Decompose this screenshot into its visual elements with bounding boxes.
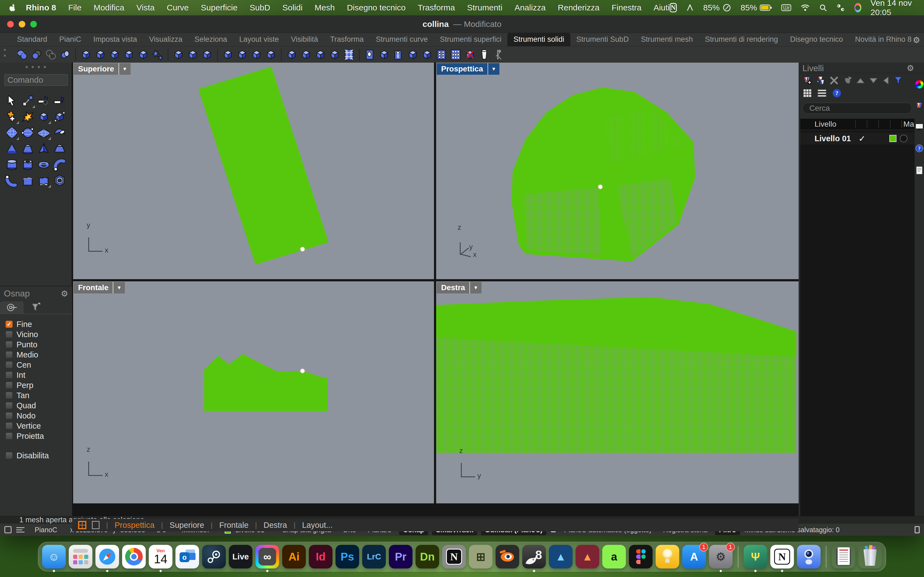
status-list-icon[interactable]	[16, 527, 24, 532]
tool-scale-button[interactable]	[20, 93, 36, 109]
menu-aiuti[interactable]: Aiuti	[653, 3, 669, 12]
dock-outlook[interactable]: o	[176, 545, 199, 569]
dock-al-dente[interactable]: Ψ	[744, 545, 767, 569]
dock-notability[interactable]: N	[442, 545, 466, 569]
tool-ellipsoid-button[interactable]	[36, 125, 52, 141]
list-options-icon[interactable]	[817, 89, 827, 98]
tool-tube-button[interactable]	[20, 156, 36, 172]
dock-photoshop[interactable]: Ps	[336, 545, 359, 569]
tool-wave-button[interactable]	[20, 172, 36, 189]
new-sublayer-icon[interactable]	[816, 76, 826, 86]
toolbar-solid-diagonal-icon[interactable]	[201, 48, 213, 61]
tool-sphere-button[interactable]	[4, 125, 20, 141]
menu-subd[interactable]: SubD	[250, 3, 270, 12]
tool-dome-button[interactable]	[52, 125, 68, 141]
ribbon-tab-strumenti-solidi[interactable]: Strumenti solidi	[507, 33, 570, 46]
ribbon-tab-pianic[interactable]: PianiC	[53, 33, 87, 46]
ribbon-tab-strumenti-curve[interactable]: Strumenti curve	[370, 33, 434, 46]
toolbar-extrude-dotted-icon[interactable]	[137, 48, 150, 61]
keyboard-menu-icon[interactable]	[781, 4, 791, 11]
control-center-icon[interactable]	[836, 4, 845, 11]
viewport-prospettica[interactable]: z y x Prospettica▼	[436, 63, 799, 279]
ribbon-tab-visibilità[interactable]: Visibilità	[285, 33, 324, 46]
menu-analizza[interactable]: Analizza	[515, 3, 546, 12]
dock-affinity-designer[interactable]: ▲	[549, 545, 573, 569]
mouse-battery-status[interactable]: 85%	[703, 3, 731, 12]
dock-documents-folder[interactable]	[832, 545, 855, 569]
panel-tab-color-wheel-icon[interactable]	[915, 80, 924, 90]
tool-cylinder-button[interactable]	[4, 156, 20, 172]
cplane-indicator[interactable]: PianoC	[35, 526, 57, 534]
tool-pyramid-trunc-button[interactable]	[52, 141, 68, 156]
dock-ableton-live[interactable]: Live	[229, 545, 252, 569]
viewport-tab-superiore[interactable]: Superiore	[170, 521, 204, 530]
color-app-menu-icon[interactable]	[855, 3, 861, 12]
four-viewports-button[interactable]	[78, 521, 86, 529]
toolbar-solid-rounded-icon[interactable]	[186, 48, 199, 61]
toolbar-drag-person-icon[interactable]	[492, 48, 505, 61]
toolbar-extrude-surface-icon[interactable]	[108, 48, 121, 61]
toolbar-holes-six-icon[interactable]	[435, 48, 448, 61]
checkbox[interactable]	[5, 382, 13, 389]
tool-explode-button[interactable]	[20, 109, 36, 125]
viewport-label-frontale[interactable]: Frontale▼	[74, 282, 125, 293]
tool-cube-button[interactable]	[36, 109, 52, 125]
ribbon-tab-trasforma[interactable]: Trasforma	[324, 33, 370, 46]
osnap-disabilita[interactable]: Disabilita	[5, 451, 72, 460]
layers-gear-icon[interactable]: ⚙	[907, 63, 914, 73]
dock-launchpad[interactable]	[69, 545, 92, 569]
toolbar-cut-solid-icon[interactable]	[314, 48, 327, 61]
tool-flag-button[interactable]	[36, 93, 52, 109]
toolbar-hole-arrow-icon[interactable]	[407, 48, 419, 61]
osnap-proietta[interactable]: Proietta	[5, 432, 72, 440]
dock-trash[interactable]	[858, 545, 882, 569]
osnap-tab-filter[interactable]	[24, 301, 47, 314]
tool-wave-cut-button[interactable]	[36, 172, 52, 189]
ribbon-tab-strumenti-mesh[interactable]: Strumenti mesh	[635, 33, 699, 46]
toolbar-boolean-difference-icon[interactable]	[30, 48, 43, 61]
checkbox[interactable]	[5, 422, 13, 429]
ribbon-settings-gear-icon[interactable]: ⚙	[913, 35, 920, 45]
sidebar-drag-handle[interactable]	[0, 63, 71, 68]
tool-nut-button[interactable]	[52, 172, 68, 189]
apple-menu-icon[interactable]	[9, 3, 16, 12]
osnap-quad[interactable]: Quad	[5, 401, 72, 410]
single-viewport-button[interactable]	[92, 521, 100, 529]
dock-calendar[interactable]: Ven14	[149, 545, 173, 569]
ribbon-tab-disegno-tecnico[interactable]: Disegno tecnico	[784, 33, 849, 46]
toolbar-holes-nine-icon[interactable]	[449, 48, 462, 61]
viewport-tab-layout[interactable]: Layout...	[302, 521, 333, 530]
checkbox[interactable]	[5, 452, 13, 459]
dock-premiere[interactable]: Pr	[389, 545, 412, 569]
dock-blender[interactable]	[496, 545, 519, 569]
tool-torus-button[interactable]	[36, 156, 52, 172]
viewport-superiore[interactable]: y x Superiore▼	[73, 63, 434, 279]
toolbar-delete-hole-icon[interactable]	[464, 48, 476, 61]
toolbar-arc-solid-icon[interactable]	[222, 48, 234, 61]
toolbar-extrude-tapered-icon[interactable]	[123, 48, 135, 61]
wifi-menu-icon[interactable]	[801, 4, 810, 11]
toolbar-boolean-intersection-icon[interactable]	[45, 48, 57, 61]
tool-pyramid-button[interactable]	[36, 141, 52, 156]
dock-camo[interactable]	[797, 545, 821, 569]
tool-sphere-points-button[interactable]	[20, 125, 36, 141]
dock-system-settings[interactable]: ⚙1	[709, 545, 733, 569]
osnap-perp[interactable]: Perp	[5, 381, 72, 389]
battery-status[interactable]: 85%	[741, 3, 772, 12]
layer-color-swatch[interactable]	[889, 135, 897, 142]
layers-search-input[interactable]	[809, 104, 909, 113]
viewport-tab-prospettica[interactable]: Prospettica	[115, 521, 155, 530]
dock-figma[interactable]	[629, 545, 653, 569]
menubar-clock[interactable]: Ven 14 nov 20:05	[871, 0, 917, 17]
toolbar-pin-hole-icon[interactable]	[392, 48, 405, 61]
menu-file[interactable]: File	[68, 3, 81, 12]
toolbar-wire-solid-icon[interactable]	[265, 48, 277, 61]
osnap-nodo[interactable]: Nodo	[5, 412, 72, 420]
toolbar-mirror-solid-icon[interactable]	[250, 48, 263, 61]
viewport-label-prospettica[interactable]: Prospettica▼	[437, 63, 499, 75]
ribbon-tab-strumenti-di-rendering[interactable]: Strumenti di rendering	[699, 33, 784, 46]
control-point-marker[interactable]	[598, 185, 602, 189]
menu-disegno-tecnico[interactable]: Disegno tecnico	[347, 3, 405, 12]
layers-table-header[interactable]: Livello Ma	[800, 119, 915, 130]
window-titlebar[interactable]: collina — Modificato	[0, 15, 924, 33]
